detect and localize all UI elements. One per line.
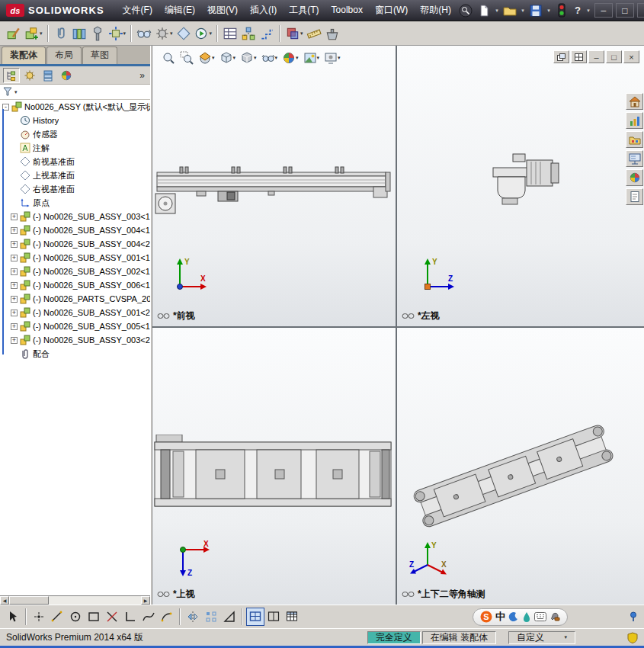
open-document-icon[interactable] — [501, 2, 518, 19]
custom-caret-icon[interactable]: ▾ — [564, 634, 567, 640]
save-icon[interactable] — [527, 2, 544, 19]
minimize-button[interactable]: – — [594, 3, 613, 18]
sogou-logo-icon[interactable]: S — [480, 611, 492, 623]
measure-icon[interactable] — [305, 24, 323, 43]
dropdown-caret-icon[interactable]: ▾ — [338, 55, 341, 61]
ime-shape-icon[interactable] — [508, 611, 519, 622]
dropdown-caret-icon[interactable]: ▾ — [300, 30, 303, 37]
filter-caret-icon[interactable]: ▾ — [14, 89, 18, 95]
dropdown-caret-icon[interactable]: ▾ — [123, 30, 127, 37]
apply-scene-icon[interactable]: ▾ — [302, 49, 322, 67]
four-view-icon[interactable] — [246, 608, 264, 626]
save-caret-icon[interactable]: ▾ — [546, 8, 552, 14]
smart-fasteners-icon[interactable] — [88, 24, 107, 43]
tile-windows-icon[interactable] — [571, 50, 587, 63]
tree-item-component[interactable]: + (-) No0026_SUB_ASSY_004<1 — [0, 223, 150, 237]
expand-icon[interactable]: + — [11, 268, 18, 275]
new-document-icon[interactable] — [476, 2, 492, 19]
insert-components-icon[interactable]: ▾ — [23, 24, 44, 43]
dropdown-caret-icon[interactable]: ▾ — [296, 55, 299, 61]
tree-item-component[interactable]: + (-) No0026_SUB_ASSY_001<1 — [0, 251, 150, 265]
tree-item-component[interactable]: + (-) No0026_SUB_ASSY_004<2 — [0, 237, 150, 251]
move-component-icon[interactable]: ▾ — [107, 24, 128, 43]
select-tool-icon[interactable] — [4, 608, 22, 626]
tree-item-root[interactable]: - No0026_ASSY (默认<默认_显示状 — [0, 100, 150, 114]
close-button[interactable]: × — [637, 3, 644, 18]
linear-sketch-pattern-icon[interactable] — [202, 608, 220, 626]
doc-close-button[interactable]: × — [623, 50, 639, 63]
spline-tool-icon[interactable] — [139, 608, 158, 626]
explode-line-sketch-icon[interactable] — [258, 24, 276, 43]
expand-icon[interactable]: + — [11, 337, 18, 344]
mate-icon[interactable] — [52, 24, 70, 43]
search-icon[interactable] — [457, 2, 474, 19]
open-caret-icon[interactable]: ▾ — [520, 8, 526, 14]
menu-view[interactable]: 视图(V) — [201, 0, 244, 21]
tree-item-component[interactable]: + (-) No0026_SUB_ASSY_006<1 — [0, 278, 150, 292]
tree-item-component[interactable]: + (-) No0026_SUB_ASSY_003<2 — [0, 333, 150, 347]
scroll-thumb[interactable] — [9, 596, 49, 605]
trim-entities-icon[interactable] — [103, 608, 121, 626]
expand-icon[interactable]: + — [11, 282, 18, 289]
menu-edit[interactable]: 编辑(E) — [159, 0, 201, 21]
viewport-vertical-splitter[interactable] — [396, 46, 397, 605]
expand-icon[interactable]: + — [11, 255, 18, 261]
viewport-front[interactable]: Y X *前视 — [152, 46, 396, 326]
top-view-model[interactable] — [153, 435, 394, 514]
viewport-left[interactable]: Y Z *左视 — [397, 46, 644, 326]
custom-properties-icon[interactable] — [626, 188, 643, 205]
filter-funnel-icon[interactable] — [3, 87, 13, 97]
tab-sketch[interactable]: 草图 — [82, 47, 117, 64]
pin-icon[interactable] — [629, 611, 638, 622]
expand-icon[interactable]: + — [11, 323, 18, 330]
menu-window[interactable]: 窗口(W) — [369, 0, 414, 21]
keyboard-icon[interactable] — [534, 612, 546, 621]
tree-item-front-plane[interactable]: 前视基准面 — [0, 155, 150, 168]
help-caret-icon[interactable]: ▾ — [585, 8, 591, 14]
dropdown-caret-icon[interactable]: ▾ — [40, 30, 43, 37]
appearances-icon[interactable] — [626, 169, 643, 186]
point-tool-icon[interactable] — [30, 608, 48, 626]
show-hidden-components-icon[interactable] — [135, 24, 153, 43]
arc-tool-icon[interactable] — [158, 608, 176, 626]
scroll-right-button[interactable]: ▶ — [141, 596, 150, 605]
viewport-horizontal-splitter[interactable] — [152, 326, 644, 328]
menu-help[interactable]: 帮助(H) — [414, 0, 457, 21]
left-view-model[interactable] — [487, 152, 586, 213]
mirror-entities-icon[interactable] — [184, 608, 202, 626]
configuration-manager-tab-icon[interactable] — [40, 68, 56, 83]
expand-icon[interactable]: + — [11, 296, 18, 303]
custom-status-selector[interactable]: 自定义 ▾ — [508, 631, 575, 644]
menu-toolbox[interactable]: Toolbox — [325, 0, 369, 21]
expand-icon[interactable]: + — [11, 213, 18, 220]
dropdown-caret-icon[interactable]: ▾ — [275, 55, 278, 61]
bill-of-materials-icon[interactable] — [221, 24, 239, 43]
menu-file[interactable]: 文件(F) — [117, 0, 159, 21]
expand-icon[interactable]: + — [11, 310, 18, 316]
tree-item-right-plane[interactable]: 右视基准面 — [0, 182, 150, 196]
circle-tool-icon[interactable] — [66, 608, 85, 626]
zoom-fit-icon[interactable] — [160, 49, 177, 67]
menu-tools[interactable]: 工具(T) — [283, 0, 325, 21]
line-tool-icon[interactable] — [48, 608, 66, 626]
display-style-icon[interactable]: ▾ — [239, 49, 258, 67]
zoom-area-icon[interactable] — [178, 49, 195, 67]
graphics-area[interactable]: Y X *前视 — [152, 46, 644, 605]
tree-item-component[interactable]: + (-) No0026_SUB_ASSY_002<1 — [0, 265, 150, 278]
assembly-features-icon[interactable]: ▾ — [153, 24, 175, 43]
front-view-model[interactable] — [154, 165, 393, 256]
tree-item-history[interactable]: History — [0, 114, 150, 127]
tab-layout[interactable]: 布局 — [46, 47, 82, 64]
tree-item-top-plane[interactable]: 上视基准面 — [0, 168, 150, 182]
draft-triangle-icon[interactable] — [220, 608, 239, 626]
ime-toolbar[interactable]: S 中 — [473, 608, 568, 626]
panel-tabs-overflow-button[interactable]: » — [137, 70, 147, 81]
expand-icon[interactable]: + — [11, 227, 18, 234]
scroll-left-button[interactable]: ◀ — [0, 596, 9, 605]
doc-restore-button[interactable]: □ — [606, 50, 622, 63]
dropdown-caret-icon[interactable]: ▾ — [317, 55, 320, 61]
property-manager-tab-icon[interactable] — [21, 68, 38, 83]
tree-item-mates[interactable]: 配合 — [0, 347, 150, 361]
view-settings-icon[interactable]: ▾ — [322, 49, 342, 67]
edit-appearance-icon[interactable]: ▾ — [280, 49, 300, 67]
